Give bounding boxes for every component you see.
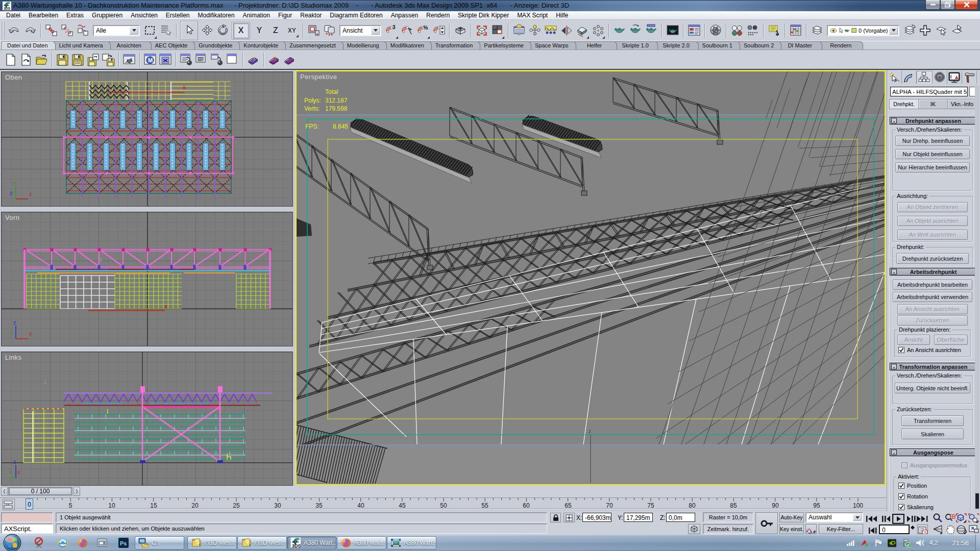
archive-send-icon[interactable] — [766, 21, 782, 40]
tab-modifikatoren[interactable]: Modifikatoren — [385, 41, 432, 49]
auto-key-button[interactable]: Auto-Key — [779, 512, 804, 522]
rendered-frame-icon[interactable] — [665, 21, 680, 40]
viewport-oben[interactable]: Obenxyxz — [1, 71, 293, 207]
tab-datei-und-daten[interactable]: Datei und Daten — [2, 41, 56, 49]
select-rotate-icon[interactable] — [215, 21, 231, 40]
combo-arrow-icon[interactable] — [889, 27, 898, 35]
replace-file-icon[interactable] — [209, 51, 225, 69]
tab-rendern[interactable]: Rendern — [820, 41, 863, 49]
combo-arrow-icon[interactable] — [130, 27, 138, 35]
taskbar-button-2[interactable]: I:\3D Mes... — [237, 536, 287, 549]
axis-x-button[interactable]: X — [233, 23, 249, 38]
checkbox-box[interactable] — [898, 347, 904, 353]
render-iterative-icon[interactable] — [627, 21, 643, 40]
time-slider-thumb[interactable]: 0 / 100 — [9, 488, 71, 495]
menu-rendern[interactable]: Rendern — [422, 11, 454, 19]
tutorials-book-icon[interactable]: ? — [266, 51, 282, 69]
tab-helfer[interactable]: Helfer — [574, 41, 617, 49]
render-setup-icon[interactable] — [590, 21, 606, 40]
start-button[interactable] — [3, 534, 21, 551]
selection-filter-combo[interactable]: Alle — [93, 25, 140, 36]
close-button[interactable] — [955, 0, 978, 10]
curve-editor-icon[interactable] — [543, 21, 558, 40]
axis-xy-button[interactable]: XY — [284, 23, 300, 38]
absolute-mode-button[interactable] — [564, 513, 575, 522]
button-r1g2-1[interactable]: An Objekt ausrichten — [897, 216, 968, 226]
show-desktop-button[interactable] — [975, 535, 980, 551]
viewport-label-links[interactable]: Links — [5, 354, 21, 361]
new-file-icon[interactable] — [3, 51, 18, 69]
tab-konturobjekte[interactable]: Konturobjekte — [238, 41, 286, 49]
snap-3d-icon[interactable]: 3 — [383, 21, 399, 40]
viewport-label-oben[interactable]: Oben — [5, 73, 22, 81]
button-r2-2[interactable]: An Ansicht ausrichten — [897, 304, 968, 314]
zoom-button[interactable] — [932, 513, 943, 524]
tab-soulbourn-2[interactable]: Soulbourn 2 — [738, 41, 781, 49]
time-slider-next-button[interactable]: 〉 — [74, 487, 80, 496]
material-editor-icon[interactable] — [574, 21, 590, 40]
pan-button[interactable] — [944, 524, 955, 535]
button-r1g1-0[interactable]: Nur Drehp. beeinflussen — [895, 136, 970, 146]
menu-animation[interactable]: Animation — [239, 11, 274, 19]
tab-transformation[interactable]: Transformation — [430, 41, 481, 49]
reset-file-icon[interactable] — [18, 51, 34, 69]
nvidia-icon[interactable] — [888, 538, 896, 547]
save-as-icon[interactable] — [70, 51, 85, 69]
viewport-vorn[interactable]: Vornxzzxy — [1, 212, 293, 346]
axis-z-button[interactable]: Z — [268, 23, 283, 38]
import-max-icon[interactable]: M — [142, 51, 158, 69]
button-r1g1-2[interactable]: Nur Hierarchie beeinflussen — [895, 162, 970, 172]
checkbox-aktiv-1[interactable]: Rotation — [898, 493, 928, 499]
current-frame-field[interactable] — [879, 524, 910, 534]
schematic-view-icon[interactable] — [527, 21, 543, 40]
arc-rotate-button[interactable] — [955, 524, 967, 535]
rollout-header-transformation-anpassen[interactable]: -Transformation anpassen — [890, 363, 976, 370]
button-r2-0[interactable]: Arbeitsdrehpunkt bearbeiten — [893, 280, 972, 290]
save-selected-icon[interactable] — [101, 51, 116, 69]
layer-combo[interactable]: 0 (Vorgabe) — [827, 25, 899, 36]
select-manipulate-icon[interactable] — [306, 21, 322, 40]
tab-soulbourn-1[interactable]: Soulbourn 1 — [697, 41, 740, 49]
redo-icon[interactable] — [22, 21, 38, 40]
coord-x-field[interactable] — [582, 513, 611, 522]
min-max-toggle-button[interactable] — [968, 524, 979, 535]
coord-z-field[interactable] — [666, 513, 695, 522]
time-slider-track[interactable]: 0 / 100 — [8, 487, 72, 496]
frame-spinner[interactable] — [910, 525, 915, 535]
minimize-button[interactable] — [925, 0, 940, 10]
menu-ansichten[interactable]: Ansichten — [127, 11, 162, 19]
open-file-icon[interactable] — [34, 51, 49, 69]
viewport-links[interactable]: Linkszzyx — [1, 352, 293, 486]
new-layer-icon[interactable] — [901, 21, 917, 40]
material-dots-icon[interactable] — [745, 21, 761, 40]
add-time-tag[interactable]: Zeitmark. hinzuf. — [703, 524, 753, 534]
taskbar-button-3[interactable]: 3DSA380 Wart... — [287, 536, 336, 549]
mini-curve-editor-button[interactable] — [3, 499, 15, 510]
maxscript-mini-listener[interactable]: AXScript. — [1, 523, 53, 534]
select-link-icon[interactable] — [43, 21, 59, 40]
zoom-extents-all-button[interactable] — [968, 513, 979, 524]
tab-space-warps[interactable]: Space Warps — [529, 41, 576, 49]
menu-diagramm-editoren[interactable]: Diagramm Editoren — [326, 11, 386, 19]
checkbox-box[interactable] — [898, 493, 904, 499]
menu-max-script[interactable]: MAX Script — [513, 11, 552, 19]
spinner-snap-icon[interactable] — [431, 21, 447, 40]
light-lister-icon[interactable] — [511, 21, 527, 40]
file-properties-icon[interactable] — [194, 51, 209, 69]
menu-anpassen[interactable]: Anpassen — [387, 11, 422, 19]
action-center-flag-icon[interactable] — [874, 538, 883, 547]
checkbox-ausgangsposenmodus[interactable]: Ausgangsposenmodus — [901, 462, 967, 468]
collapse-icon[interactable]: - — [891, 118, 897, 123]
merge-file-icon[interactable] — [179, 51, 194, 69]
set-key-mode-button[interactable]: Key einst. — [779, 524, 804, 534]
tab-skripte-20[interactable]: Skripte 2.0 — [656, 41, 699, 49]
button-r2g-0[interactable]: Ansicht — [897, 335, 930, 345]
named-selection-sets-icon[interactable] — [452, 21, 468, 40]
menu-erstellen[interactable]: Erstellen — [162, 11, 194, 19]
quicklaunch-photoshop-icon[interactable]: Ps — [118, 537, 129, 549]
angle-snap-icon[interactable] — [399, 21, 415, 40]
reaction-manager-icon[interactable] — [558, 21, 574, 40]
tab-licht-und-kamera[interactable]: Licht und Kamera — [54, 41, 111, 49]
time-slider-prev-button[interactable]: 〈 — [1, 487, 8, 496]
tab-grundobjekte[interactable]: Grundobjekte — [193, 41, 240, 49]
